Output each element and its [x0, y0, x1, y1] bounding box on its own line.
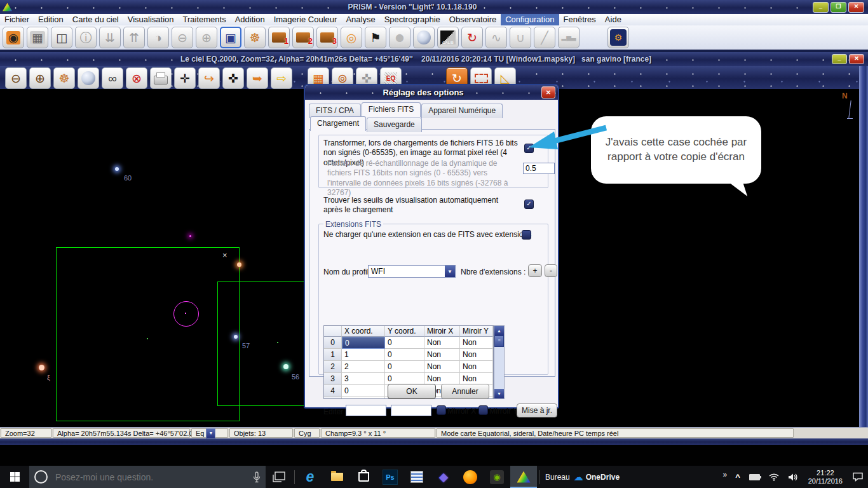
next-button[interactable]: ⇨	[271, 67, 292, 89]
acquire-rotate-button[interactable]: ↻	[461, 27, 483, 48]
delete-button[interactable]: ⊗	[126, 67, 147, 89]
reduce-fan-button[interactable]: ☸	[244, 27, 266, 48]
redraw-button[interactable]: ➥	[247, 67, 268, 89]
taskbar-app-firefox[interactable]	[457, 466, 484, 488]
zoom-out-button[interactable]: ⊖	[172, 27, 193, 48]
menu-item-traitements[interactable]: Traitements	[179, 14, 231, 25]
flip-button[interactable]: ↪	[198, 67, 220, 89]
taskbar-app-prism[interactable]	[510, 466, 537, 488]
search-input[interactable]	[54, 471, 253, 483]
desktop-toolbar-label[interactable]: Bureau	[545, 473, 570, 482]
table-cell[interactable]: 0	[342, 385, 385, 397]
table-cell[interactable]: Non	[460, 349, 493, 361]
camera2-button[interactable]: 2	[292, 27, 314, 48]
menu-item-imagerie-couleur[interactable]: Imagerie Couleur	[269, 14, 342, 25]
table-cell[interactable]: Non	[460, 361, 493, 373]
clock[interactable]: 21:2220/11/2016	[808, 469, 843, 485]
tray-chevron-button[interactable]: ^	[735, 472, 740, 482]
menu-item-edition[interactable]: Edition	[34, 14, 68, 25]
remove-extension-button[interactable]: -	[545, 264, 557, 277]
expand-arrows-button[interactable]: ✛	[174, 67, 196, 89]
action-center-icon[interactable]	[852, 472, 864, 482]
taskbar-app-windows-store[interactable]	[350, 466, 377, 488]
taskbar-app-nvidia[interactable]: ◉	[484, 466, 510, 488]
edit-y-input[interactable]	[391, 405, 431, 416]
microphone-icon[interactable]	[253, 471, 261, 483]
close-button[interactable]: ✕	[848, 2, 864, 13]
wifi-icon[interactable]	[769, 473, 779, 481]
taskbar-app-file-explorer[interactable]	[323, 466, 350, 488]
table-cell[interactable]: 2	[324, 361, 342, 373]
curve-button[interactable]: ∿	[485, 27, 507, 48]
table-cell[interactable]: 1	[324, 349, 342, 361]
menu-item-configuration[interactable]: Configuration	[501, 14, 559, 25]
map-zoom-out-button[interactable]: ⊖	[5, 67, 27, 89]
menu-item-aide[interactable]: Aide	[600, 14, 626, 25]
view-images-button[interactable]: ◫	[51, 27, 72, 48]
open-image-button[interactable]: ◉	[3, 27, 24, 48]
toolbar-overflow-button[interactable]: »	[722, 470, 727, 479]
ok-button[interactable]: OK	[388, 384, 436, 399]
table-cell[interactable]: 3	[324, 373, 342, 385]
table-scrollbar[interactable]: ▲ ≡ ▼	[494, 325, 505, 399]
table-cell[interactable]: 0	[324, 337, 342, 349]
calibration-button[interactable]: CALIB	[437, 27, 459, 48]
add-extension-button[interactable]: +	[528, 264, 542, 277]
info-button[interactable]: ⓘ	[75, 27, 97, 48]
table-header-3[interactable]: Miroir X	[424, 326, 460, 337]
factor-input[interactable]	[523, 163, 555, 174]
menu-item-observatoire[interactable]: Observatoire	[445, 14, 501, 25]
dialog-close-button[interactable]: ✕	[541, 86, 555, 98]
table-cell[interactable]: 0	[385, 361, 424, 373]
menu-item-analyse[interactable]: Analyse	[341, 14, 379, 25]
menu-item-fichier[interactable]: Fichier	[0, 14, 34, 25]
menu-item-fen-tres[interactable]: Fenêtres	[559, 14, 600, 25]
scroll-up-icon[interactable]: ▲	[494, 326, 504, 336]
table-header-1[interactable]: X coord.	[342, 326, 385, 337]
contrast-button[interactable]: ◑	[147, 27, 169, 48]
task-view-button[interactable]	[266, 466, 292, 488]
save-button[interactable]: ▦	[27, 27, 48, 48]
table-header-4[interactable]: Miroir Y	[460, 326, 493, 337]
scroll-down-icon[interactable]: ▼	[494, 389, 504, 398]
table-header-0[interactable]	[324, 326, 342, 337]
zoom-in-button[interactable]: ⊕	[196, 27, 217, 48]
minimize-button[interactable]: _	[813, 2, 829, 13]
mirror-x-checkbox[interactable]	[437, 405, 446, 415]
table-header-2[interactable]: Y coord.	[385, 326, 424, 337]
table-cell[interactable]: Non	[424, 337, 460, 349]
edit-x-input[interactable]	[346, 405, 386, 416]
menu-item-spectrographie[interactable]: Spectrographie	[380, 14, 445, 25]
battery-icon[interactable]	[749, 474, 760, 480]
histogram-button[interactable]: ▂▅▃	[558, 27, 580, 48]
guider-button[interactable]: ⚑	[365, 27, 386, 48]
menu-item-addition[interactable]: Addition	[231, 14, 269, 25]
focuser-button[interactable]: ◎	[341, 27, 362, 48]
camera3-button[interactable]: 3	[316, 27, 338, 48]
onedrive-toolbar[interactable]: ☁ OneDrive	[574, 471, 623, 483]
map-minimize-button[interactable]: _	[832, 54, 847, 64]
preview-button[interactable]: ▣	[220, 27, 241, 48]
observatory-gears-button[interactable]: ⚙	[607, 27, 629, 48]
taskbar-app-edge[interactable]: e	[297, 466, 323, 488]
start-button[interactable]	[0, 466, 29, 488]
binoculars-button[interactable]: ∞	[102, 67, 123, 89]
subtab-sauvegarde[interactable]: Sauvegarde	[367, 118, 422, 132]
table-cell[interactable]: 1	[342, 349, 385, 361]
table-cell[interactable]: Non	[460, 337, 493, 349]
maximize-button[interactable]: ❐	[831, 2, 846, 13]
volume-icon[interactable]	[788, 473, 799, 482]
update-button[interactable]: Mise à jr.	[517, 403, 557, 417]
menu-item-carte-du-ciel[interactable]: Carte du ciel	[68, 14, 123, 25]
collapse-arrows-button[interactable]: ✜	[222, 67, 244, 89]
table-cell[interactable]: 3	[342, 373, 385, 385]
tab-fichiers-fits[interactable]: Fichiers FITS	[362, 102, 421, 117]
table-cell[interactable]: 2	[342, 361, 385, 373]
table-cell[interactable]: 0	[385, 337, 424, 349]
table-cell[interactable]: 0	[385, 349, 424, 361]
table-cell[interactable]: 5	[324, 397, 342, 399]
taskbar-app-photoshop[interactable]: Ps	[377, 466, 403, 488]
map-reduce-fan-button[interactable]: ☸	[53, 67, 75, 89]
sort-down-button[interactable]: ⇊	[99, 27, 121, 48]
table-cell[interactable]: 1	[342, 397, 385, 399]
